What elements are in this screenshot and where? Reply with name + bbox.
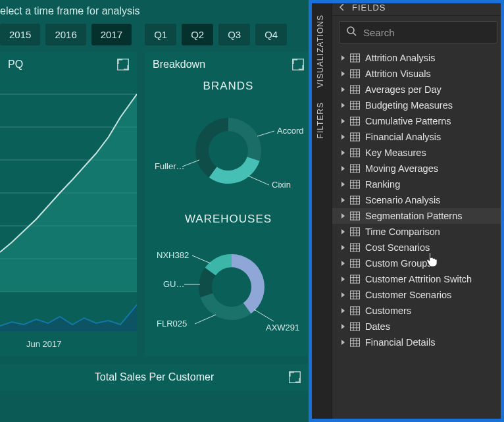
field-item-label: Customers <box>365 305 411 316</box>
expand-icon[interactable] <box>341 308 345 313</box>
report-canvas: elect a time frame for analysis 2015 201… <box>0 0 309 422</box>
field-item[interactable]: Customer Scenarios <box>332 287 504 303</box>
field-item[interactable]: Ranking <box>332 176 504 192</box>
field-item[interactable]: Dates <box>332 319 504 334</box>
field-item-label: Segmentation Patterns <box>365 211 463 221</box>
field-item-label: Budgeting Measures <box>365 100 453 111</box>
svg-text:Fuller…: Fuller… <box>155 161 185 171</box>
svg-rect-116 <box>350 338 359 346</box>
field-item-label: Cumulative Patterns <box>365 116 451 126</box>
year-2015[interactable]: 2015 <box>0 24 40 45</box>
expand-icon[interactable] <box>341 292 345 298</box>
svg-rect-26 <box>350 54 359 62</box>
svg-line-15 <box>192 255 211 263</box>
table-icon <box>350 196 360 205</box>
svg-point-24 <box>347 27 354 34</box>
expand-icon[interactable] <box>341 198 345 203</box>
svg-line-11 <box>248 176 269 185</box>
svg-rect-81 <box>350 228 359 236</box>
quarter-q3[interactable]: Q3 <box>218 24 250 45</box>
field-item[interactable]: Cost Scenarios <box>332 240 504 255</box>
expand-icon[interactable] <box>341 103 345 108</box>
field-item[interactable]: Custom Groups <box>332 255 504 271</box>
field-item[interactable]: Time Comparison <box>332 224 504 240</box>
expand-icon[interactable] <box>341 324 345 329</box>
year-2016[interactable]: 2016 <box>45 24 86 45</box>
fields-list[interactable]: Attrition AnalysisAttrition VisualsAvera… <box>332 49 504 422</box>
tab-visualizations[interactable]: VISUALIZATIONS <box>316 14 325 88</box>
expand-icon[interactable] <box>341 150 345 155</box>
tile-breakdown-title: Breakdown <box>153 59 304 70</box>
field-item[interactable]: Averages per Day <box>332 82 504 97</box>
svg-line-25 <box>353 33 356 36</box>
svg-rect-76 <box>350 212 359 220</box>
svg-rect-41 <box>350 101 359 109</box>
expand-icon[interactable] <box>341 182 345 187</box>
year-2017[interactable]: 2017 <box>91 24 132 45</box>
field-item-label: Moving Averages <box>365 163 438 174</box>
svg-rect-46 <box>350 117 359 125</box>
expand-icon[interactable] <box>341 245 345 250</box>
svg-rect-31 <box>350 70 359 78</box>
tile-pq-title: PQ <box>8 59 129 70</box>
pq-chart: Jun 2017 <box>0 81 137 356</box>
search-icon <box>346 26 357 39</box>
svg-rect-101 <box>350 291 359 299</box>
quarter-q1[interactable]: Q1 <box>145 24 176 45</box>
expand-icon[interactable] <box>341 277 345 282</box>
expand-icon[interactable] <box>341 55 345 61</box>
table-icon <box>350 338 360 347</box>
expand-icon[interactable] <box>341 134 345 140</box>
expand-icon[interactable] <box>341 71 345 76</box>
fields-pane-header: FIELDS <box>332 0 504 16</box>
field-item[interactable]: Customers <box>332 303 504 319</box>
table-icon <box>350 85 360 94</box>
table-icon <box>350 211 360 221</box>
svg-rect-61 <box>350 165 359 172</box>
expand-icon[interactable] <box>341 340 345 345</box>
svg-rect-111 <box>350 323 359 330</box>
tab-filters[interactable]: FILTERS <box>316 102 325 138</box>
side-panels: VISUALIZATIONS FILTERS FIELDS Attrition … <box>309 0 504 422</box>
field-item-label: Financial Analysis <box>365 132 441 142</box>
table-icon <box>350 101 360 110</box>
field-item[interactable]: Cumulative Patterns <box>332 113 504 129</box>
expand-icon[interactable] <box>341 229 345 234</box>
focus-mode-icon[interactable] <box>291 57 305 72</box>
field-item[interactable]: Key Measures <box>332 145 504 161</box>
warehouses-donut: NXH382 GU… FLR025 AXW291 <box>153 231 304 343</box>
svg-rect-66 <box>350 180 359 188</box>
field-item[interactable]: Attrition Visuals <box>332 66 504 82</box>
focus-mode-icon[interactable] <box>288 370 302 384</box>
svg-line-21 <box>254 309 274 321</box>
tile-breakdown[interactable]: Breakdown BRANDS <box>145 52 309 356</box>
collapsed-panes-rail: VISUALIZATIONS FILTERS <box>309 0 332 422</box>
field-item[interactable]: Financial Details <box>332 334 504 350</box>
table-icon <box>350 132 360 142</box>
expand-icon[interactable] <box>341 119 345 124</box>
back-icon[interactable] <box>339 3 345 13</box>
field-item[interactable]: Segmentation Patterns <box>332 208 504 224</box>
tile-pq[interactable]: PQ <box>0 52 137 356</box>
fields-search-input[interactable] <box>363 27 490 38</box>
field-item[interactable]: Moving Averages <box>332 161 504 176</box>
field-item[interactable]: Budgeting Measures <box>332 97 504 113</box>
field-item[interactable]: Scenario Analysis <box>332 192 504 208</box>
field-item-label: Ranking <box>365 179 400 190</box>
svg-text:GU…: GU… <box>163 279 185 289</box>
expand-icon[interactable] <box>341 213 345 219</box>
expand-icon[interactable] <box>341 87 345 92</box>
expand-icon[interactable] <box>341 166 345 171</box>
fields-search[interactable] <box>339 21 497 43</box>
focus-mode-icon[interactable] <box>116 57 130 72</box>
quarter-q2[interactable]: Q2 <box>182 24 213 45</box>
quarter-q4[interactable]: Q4 <box>255 24 287 45</box>
svg-text:AXW291: AXW291 <box>266 323 299 332</box>
expand-icon[interactable] <box>341 261 345 266</box>
svg-rect-0 <box>118 59 129 70</box>
field-item[interactable]: Attrition Analysis <box>332 50 504 66</box>
field-item[interactable]: Financial Analysis <box>332 129 504 145</box>
field-item[interactable]: Customer Attrition Switch <box>332 271 504 287</box>
year-slicer: 2015 2016 2017 <box>0 24 132 45</box>
tile-total-sales-per-customer[interactable]: Total Sales Per Customer <box>0 364 309 390</box>
